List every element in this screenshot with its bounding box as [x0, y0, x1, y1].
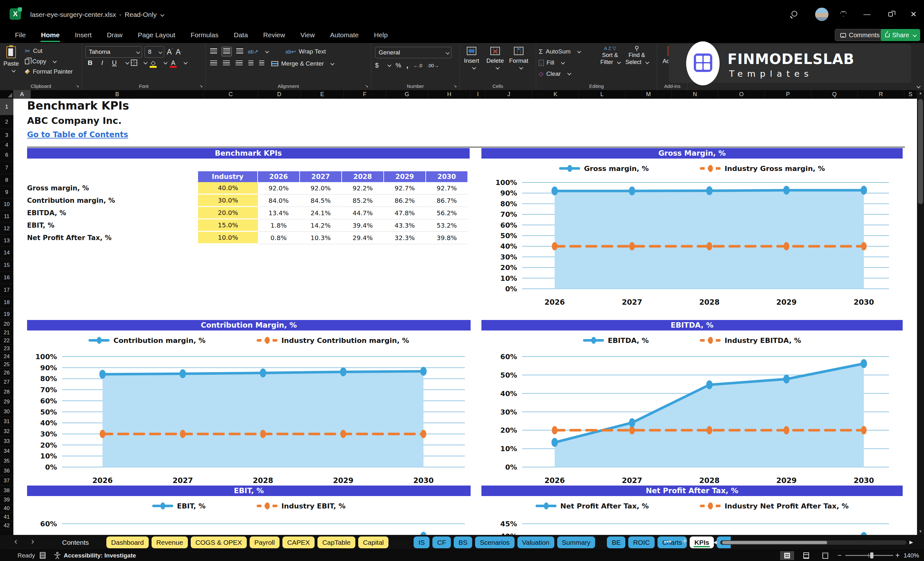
row-header-19[interactable]: 19	[0, 309, 14, 320]
minimize-button[interactable]: —	[862, 9, 872, 20]
sheet-tab-cogs-opex[interactable]: COGS & OPEX	[191, 537, 247, 548]
align-top-button[interactable]	[209, 47, 218, 56]
zoom-slider[interactable]	[845, 555, 893, 556]
sheet-nav-right-icon[interactable]: ›	[31, 536, 34, 546]
sheet-tab-capex[interactable]: CAPEX	[282, 537, 315, 548]
menu-tab-draw[interactable]: Draw	[106, 30, 123, 40]
sheet-tab-contents[interactable]: Contents	[59, 537, 92, 548]
dialog-launcher-icon[interactable]: ↘	[365, 83, 368, 88]
autosum-button[interactable]: ΣAutoSum	[536, 46, 597, 57]
row-header-23[interactable]: 23	[0, 345, 14, 353]
wrap-text-button[interactable]: ab↩Wrap Text	[283, 46, 328, 57]
menu-tab-page-layout[interactable]: Page Layout	[137, 30, 176, 40]
decrease-decimal-button[interactable]: .00→	[427, 63, 439, 68]
row-header-36[interactable]: 36	[0, 466, 14, 476]
zoom-slider-thumb[interactable]	[870, 552, 873, 558]
chevron-down-icon[interactable]	[184, 60, 188, 64]
chart-gross-margin[interactable]: Gross Margin, % Gross margin, %Industry …	[482, 148, 903, 320]
chevron-down-icon[interactable]	[160, 13, 165, 17]
find-select-button[interactable]: ⚲Find & Select	[623, 45, 650, 66]
row-header-2[interactable]: 2	[0, 115, 14, 129]
increase-decimal-button[interactable]: ←.0	[414, 63, 423, 68]
row-header-10[interactable]: 10	[0, 198, 14, 210]
accessibility-status[interactable]: Accessibility: Investigate	[64, 552, 136, 559]
sheet-tab-cf[interactable]: CF	[432, 537, 451, 548]
align-center-button[interactable]	[222, 59, 231, 68]
chart-contribution-margin[interactable]: Contribution Margin, % Contribution marg…	[27, 320, 471, 494]
sheet-tab-capital[interactable]: Capital	[358, 537, 388, 548]
percent-style-button[interactable]: %	[396, 62, 401, 69]
align-bottom-button[interactable]	[235, 47, 244, 56]
horizontal-scroll-thumb[interactable]	[722, 541, 827, 544]
share-button[interactable]: Share	[881, 29, 920, 41]
column-header-N[interactable]: N	[672, 90, 718, 99]
column-header-F[interactable]: F	[344, 90, 386, 99]
menu-tab-data[interactable]: Data	[233, 30, 248, 40]
row-header-12[interactable]: 12	[0, 222, 14, 235]
sheet-options-icon[interactable]: ⋮	[700, 537, 707, 546]
row-header-37[interactable]: 37	[0, 476, 14, 486]
vertical-scrollbar[interactable]: ▲ ▼	[917, 90, 924, 535]
sheet-tab-is[interactable]: IS	[414, 537, 429, 548]
column-header-B[interactable]: B	[31, 90, 204, 99]
row-header-14[interactable]: 14	[0, 247, 14, 259]
row-header-17[interactable]: 17	[0, 284, 14, 296]
row-header-16[interactable]: 16	[0, 272, 14, 284]
row-header-31[interactable]: 31	[0, 417, 14, 427]
column-header-E[interactable]: E	[301, 90, 344, 99]
column-header-K[interactable]: K	[532, 90, 579, 99]
menu-tab-formulas[interactable]: Formulas	[190, 30, 219, 40]
grow-font-button[interactable]: Aˆ	[167, 48, 173, 56]
row-header-28[interactable]: 28	[0, 387, 14, 397]
page-break-view-button[interactable]	[818, 551, 832, 560]
hscroll-left-icon[interactable]: ◀	[713, 539, 717, 545]
menu-tab-home[interactable]: Home	[40, 30, 60, 40]
row-header-21[interactable]: 21	[0, 328, 14, 337]
menu-tab-insert[interactable]: Insert	[74, 30, 92, 40]
chevron-down-icon[interactable]	[265, 49, 269, 53]
dialog-launcher-icon[interactable]: ↘	[76, 83, 79, 88]
font-size-select[interactable]: 8	[144, 46, 164, 58]
format-painter-button[interactable]: Format Painter	[22, 66, 75, 77]
sheet-tab-valuation[interactable]: Valuation	[518, 537, 554, 548]
borders-button[interactable]	[131, 60, 137, 66]
chevron-down-icon[interactable]	[164, 60, 168, 64]
italic-button[interactable]: I	[98, 59, 107, 66]
premium-button[interactable]	[838, 9, 849, 20]
vertical-scroll-thumb[interactable]	[918, 99, 923, 204]
column-header-I[interactable]: I	[471, 90, 486, 99]
sheet-nav-left-icon[interactable]: ‹	[14, 536, 17, 546]
format-cells-button[interactable]: Format	[507, 45, 531, 71]
cut-button[interactable]: ✂Cut	[22, 45, 75, 56]
row-header-26[interactable]: 26	[0, 369, 14, 377]
insert-cells-button[interactable]: Insert	[460, 45, 483, 71]
merge-center-button[interactable]: Merge & Center	[269, 58, 336, 69]
row-header-1[interactable]: 1	[0, 99, 14, 115]
column-header-P[interactable]: P	[765, 90, 811, 99]
dialog-launcher-icon[interactable]: ↘	[453, 83, 457, 88]
column-header-S[interactable]: S	[904, 90, 917, 99]
font-color-button[interactable]: A	[169, 59, 177, 66]
collapse-ribbon-icon[interactable]	[916, 84, 921, 88]
decrease-indent-button[interactable]	[247, 59, 255, 68]
align-left-button[interactable]	[209, 59, 218, 68]
row-header-24[interactable]: 24	[0, 353, 14, 361]
align-right-button[interactable]	[234, 59, 244, 68]
new-sheet-button[interactable]: +	[682, 536, 688, 546]
bold-button[interactable]: B	[86, 59, 95, 66]
toc-link[interactable]: Go to Table of Contents	[27, 130, 128, 139]
menu-tab-automate[interactable]: Automate	[330, 30, 360, 40]
align-middle-button[interactable]	[222, 47, 232, 56]
sheet-tab-roic[interactable]: ROIC	[628, 537, 655, 548]
row-header-27[interactable]: 27	[0, 377, 14, 387]
sheet-tab-summary[interactable]: Summary	[557, 537, 596, 548]
row-header-34[interactable]: 34	[0, 446, 14, 456]
chevron-down-icon[interactable]	[144, 60, 148, 64]
sheet-tab-bs[interactable]: BS	[454, 537, 472, 548]
row-header-22[interactable]: 22	[0, 337, 14, 345]
sheet-tab-be[interactable]: BE	[607, 537, 626, 548]
column-header-Q[interactable]: Q	[811, 90, 858, 99]
row-header-18[interactable]: 18	[0, 296, 14, 309]
row-header-35[interactable]: 35	[0, 456, 14, 466]
zoom-level[interactable]: 140%	[904, 552, 919, 559]
